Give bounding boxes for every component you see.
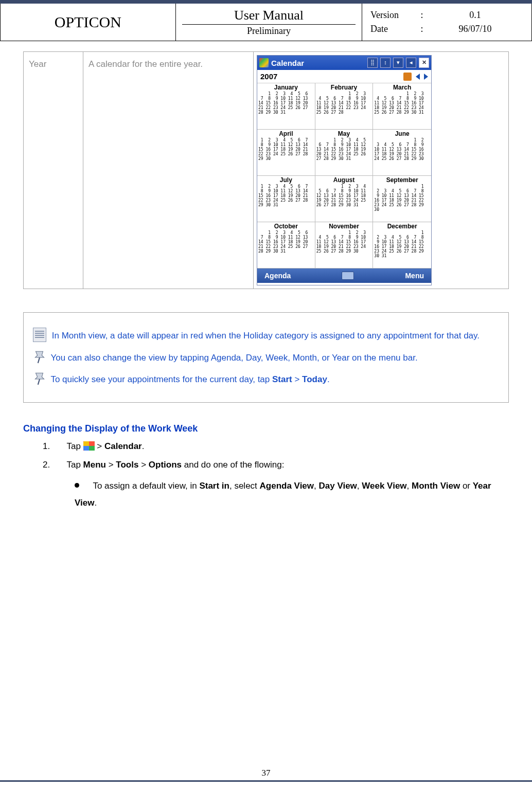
month-february[interactable]: February 1 2 3 4 5 6 7 8 9 10 11 12 13 1… [315,83,374,130]
titlebar: Calendar ⣿ ↕ ▾ ◂ ✕ [257,56,431,70]
month-days: 1 2 3 4 5 6 7 8 9 10 11 12 13 14 15 16 1… [258,184,314,207]
month-name: January [258,84,314,91]
document-icon [33,328,46,342]
keyboard-icon[interactable] [342,272,354,280]
notes-box: In Month view, a date will appear in red… [23,312,509,403]
date-value: 96/07/10 [427,24,523,34]
cell-year-name: Year [24,52,83,289]
month-days: 1 2 3 4 5 6 7 8 9 10 11 12 13 14 15 16 1… [374,138,430,161]
month-november[interactable]: November 1 2 3 4 5 6 7 8 9 10 11 12 13 1… [315,222,374,268]
month-days: 1 2 3 4 5 6 7 8 9 10 11 12 13 14 15 16 1… [316,138,372,161]
month-may[interactable]: May 1 2 3 4 5 6 7 8 9 10 11 12 13 14 15 … [315,130,374,176]
section-heading: Changing the Display of the Work Week [23,423,509,434]
month-march[interactable]: March 1 2 3 4 5 6 7 8 9 10 11 12 13 14 1… [373,83,431,130]
month-name: May [316,130,372,137]
steps-list: 1. Tap > Calendar. 2. Tap Menu > Tools >… [43,439,509,511]
bullet-icon [75,483,79,488]
windows-start-icon [83,441,95,451]
month-name: December [374,223,430,230]
page-number: 37 [0,768,532,778]
month-name: October [258,223,314,230]
month-name: April [258,130,314,137]
month-january[interactable]: January 1 2 3 4 5 6 7 8 9 10 11 12 13 14… [257,83,315,130]
cell-year-desc: A calendar for the entire year. [83,52,254,289]
svg-line-0 [38,357,40,363]
year-display[interactable]: 2007 [260,72,403,81]
title-block: User Manual Preliminary [175,3,362,41]
year-grid[interactable]: January 1 2 3 4 5 6 7 8 9 10 11 12 13 14… [257,83,431,268]
step-2: 2. Tap Menu > Tools > Options and do one… [43,458,509,473]
note-change-view: You can also change the view by tapping … [50,353,417,363]
month-name: July [258,176,314,184]
month-days: 1 2 3 4 5 6 7 8 9 10 11 12 13 14 15 16 1… [258,138,314,161]
month-days: 1 2 3 4 5 6 7 8 9 10 11 12 13 14 15 16 1… [258,230,314,254]
close-icon[interactable]: ✕ [419,58,429,68]
softkey-left[interactable]: Agenda [264,272,291,280]
step-1: 1. Tap > Calendar. [43,439,509,454]
pushpin-icon [33,350,45,363]
cell-screenshot: Calendar ⣿ ↕ ▾ ◂ ✕ 2007 [254,52,509,289]
windows-logo-icon[interactable] [259,58,269,67]
volume-icon[interactable]: ◂ [406,58,416,68]
app-title: Calendar [271,59,365,67]
month-june[interactable]: June 1 2 3 4 5 6 7 8 9 10 11 12 13 14 15… [373,130,431,176]
doc-subtitle: Preliminary [182,25,356,38]
softkey-right[interactable]: Menu [405,272,424,280]
month-days: 1 2 3 4 5 6 7 8 9 10 11 12 13 14 15 16 1… [374,184,430,212]
cycle-icon[interactable] [403,73,412,81]
month-july[interactable]: July 1 2 3 4 5 6 7 8 9 10 11 12 13 14 15… [257,176,315,222]
month-name: August [316,176,372,184]
version-value: 0.1 [427,10,523,21]
month-name: June [374,130,430,137]
month-days: 1 2 3 4 5 6 7 8 9 10 11 12 13 14 15 16 1… [316,184,372,207]
status-icon[interactable]: ⣿ [367,58,378,68]
date-label: Date [370,24,417,34]
note-today: To quickly see your appointments for the… [50,374,329,384]
pushpin-icon [33,371,45,385]
month-december[interactable]: December 1 2 3 4 5 6 7 8 9 10 11 12 13 1… [373,222,431,268]
month-april[interactable]: April 1 2 3 4 5 6 7 8 9 10 11 12 13 14 1… [257,130,315,176]
signal-icon[interactable]: ▾ [393,58,403,68]
month-days: 1 2 3 4 5 6 7 8 9 10 11 12 13 14 15 16 1… [374,92,430,115]
year-table: Year A calendar for the entire year. Cal… [23,51,509,289]
month-august[interactable]: August 1 2 3 4 5 6 7 8 9 10 11 12 13 14 … [315,176,374,222]
month-days: 1 2 3 4 5 6 7 8 9 10 11 12 13 14 15 16 1… [316,92,372,115]
month-september[interactable]: September 1 2 3 4 5 6 7 8 9 10 11 12 13 … [373,176,431,222]
month-name: November [316,223,372,230]
prev-year-icon[interactable] [416,74,420,80]
brand: OPTICON [1,3,176,41]
month-days: 1 2 3 4 5 6 7 8 9 10 11 12 13 14 15 16 1… [258,92,314,115]
month-days: 1 2 3 4 5 6 7 8 9 10 11 12 13 14 15 16 1… [374,230,430,258]
doc-header: OPTICON User Manual Preliminary Version … [0,2,532,41]
calendar-screenshot: Calendar ⣿ ↕ ▾ ◂ ✕ 2007 [257,55,432,285]
doc-title: User Manual [182,7,356,25]
svg-line-1 [38,379,40,385]
meta-block: Version : 0.1 Date : 96/07/10 [362,3,532,41]
month-name: March [374,84,430,91]
next-year-icon[interactable] [424,74,428,80]
month-name: February [316,84,372,91]
month-name: September [374,176,430,184]
sync-icon[interactable]: ↕ [380,58,391,68]
note-holiday: In Month view, a date will appear in red… [52,331,480,340]
footer-divider [0,780,532,781]
bullet-1: To assign a default view, in Start in, s… [75,478,509,511]
month-days: 1 2 3 4 5 6 7 8 9 10 11 12 13 14 15 16 1… [316,230,372,254]
version-label: Version [370,10,417,21]
month-october[interactable]: October 1 2 3 4 5 6 7 8 9 10 11 12 13 14… [257,222,315,268]
